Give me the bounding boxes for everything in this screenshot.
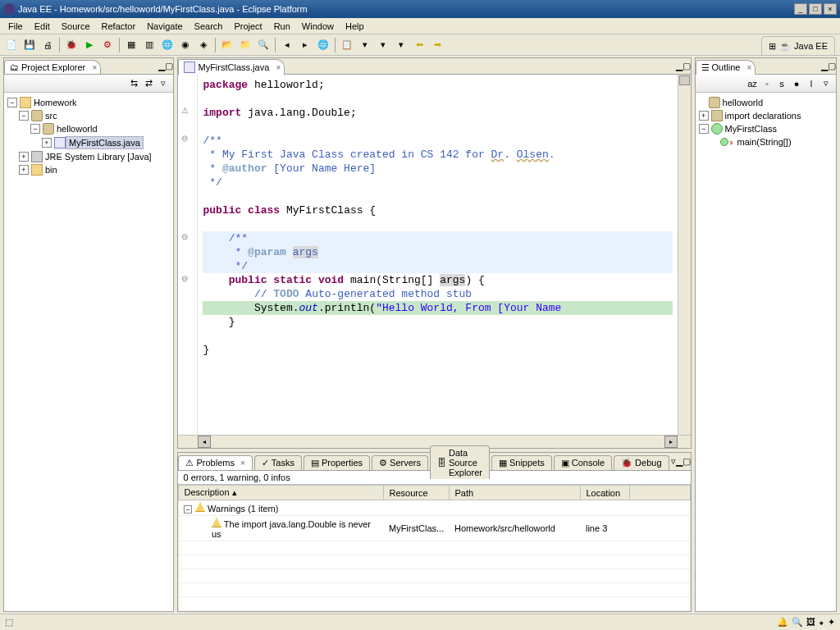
open-perspective-icon[interactable]: ⊞ — [769, 41, 776, 52]
warning-marker-icon[interactable]: ⚠ — [181, 106, 189, 115]
problems-table[interactable]: Description ▴ Resource Path Location − W… — [178, 485, 690, 611]
status-icon-2[interactable]: 🔍 — [792, 617, 803, 628]
status-icon-1[interactable]: 🔔 — [777, 617, 788, 628]
col-resource[interactable]: Resource — [384, 486, 450, 500]
maximize-view-button[interactable]: ▢ — [682, 61, 691, 71]
hide-fields-button[interactable]: ◦ — [760, 77, 774, 90]
editor-tab[interactable]: MyFirstClass.java × — [178, 59, 285, 75]
expander-icon[interactable]: + — [699, 111, 709, 121]
fold-icon[interactable]: ⊖ — [181, 232, 188, 241]
close-icon[interactable]: × — [240, 459, 245, 468]
menu-file[interactable]: File — [3, 20, 28, 33]
col-description[interactable]: Description ▴ — [179, 486, 384, 500]
menu-help[interactable]: Help — [340, 20, 369, 33]
tab-properties[interactable]: ▤Properties — [304, 455, 370, 470]
new-ejb-button[interactable]: ◉ — [177, 37, 194, 53]
new-button[interactable]: 📄 — [3, 37, 20, 53]
new-enterprise-button[interactable]: ▥ — [141, 37, 158, 53]
minimize-button[interactable]: _ — [794, 3, 807, 15]
new-server-button[interactable]: ▦ — [123, 37, 139, 53]
expander-icon[interactable]: − — [30, 124, 40, 134]
outline-imports[interactable]: import declarations — [723, 110, 804, 121]
minimize-view-button[interactable]: ▁ — [676, 61, 682, 71]
scroll-up-button[interactable] — [679, 75, 690, 85]
minimize-view-button[interactable]: ▁ — [676, 456, 682, 467]
pin-button[interactable]: 📋 — [339, 37, 355, 53]
project-explorer-tab[interactable]: 🗂 Project Explorer × — [4, 60, 101, 74]
editor-gutter[interactable]: ⚠ ⊖ ⊖ ⊖ — [178, 75, 198, 435]
project-tree[interactable]: − Homework − src − helloworld + — [4, 93, 173, 611]
debug-button[interactable]: 🐞 — [63, 37, 80, 53]
expander-icon[interactable]: + — [42, 138, 52, 148]
annotation-next-button[interactable]: ▸ — [297, 37, 313, 53]
new-web-button[interactable]: 🌐 — [159, 37, 176, 53]
sort-button[interactable]: a͏z — [746, 77, 759, 90]
menu-window[interactable]: Window — [297, 20, 339, 33]
outline-tree[interactable]: helloworld + import declarations − MyFir… — [696, 93, 836, 611]
tab-servers[interactable]: ⚙Servers — [372, 455, 428, 470]
problem-row[interactable]: The import java.lang.Double is never us … — [179, 516, 690, 541]
view-menu-button[interactable]: ▿ — [157, 77, 170, 90]
scroll-right-button[interactable]: ▸ — [664, 436, 678, 448]
dropdown-2[interactable]: ▾ — [375, 37, 391, 53]
tab-snippets[interactable]: ▦Snippets — [491, 455, 552, 470]
close-icon[interactable]: × — [92, 63, 97, 72]
minimize-view-button[interactable]: ▁ — [158, 61, 165, 71]
problems-group-row[interactable]: − Warnings (1 item) — [179, 500, 690, 516]
expander-icon[interactable]: + — [19, 165, 29, 175]
close-button[interactable]: × — [824, 3, 837, 15]
forward-button[interactable]: ➡ — [429, 37, 445, 53]
col-path[interactable]: Path — [450, 486, 581, 500]
menu-run[interactable]: Run — [269, 20, 295, 33]
status-icon-4[interactable]: ⬥ — [819, 617, 824, 628]
tab-debug[interactable]: 🐞Debug — [614, 455, 669, 470]
expander-icon[interactable]: − — [7, 98, 17, 107]
status-left-icon[interactable]: ⬚ — [5, 617, 13, 628]
menu-edit[interactable]: Edit — [30, 20, 55, 33]
close-icon[interactable]: × — [747, 63, 752, 72]
maximize-view-button[interactable]: ▢ — [682, 456, 691, 467]
hide-local-button[interactable]: l — [805, 77, 818, 90]
fold-icon[interactable]: ⊖ — [181, 274, 188, 283]
perspective-switcher[interactable]: ⊞ ☕ Java EE — [761, 36, 835, 56]
outline-method[interactable]: main(String[]) — [735, 136, 794, 148]
back-button[interactable]: ⬅ — [411, 37, 427, 53]
expander-icon[interactable]: − — [699, 124, 709, 134]
tree-project[interactable]: Homework — [31, 97, 80, 108]
print-button[interactable]: 🖨 — [39, 37, 56, 53]
hide-nonpublic-button[interactable]: ● — [790, 77, 803, 90]
tree-package[interactable]: helloworld — [54, 123, 100, 135]
tree-jre[interactable]: JRE System Library [Java] — [43, 151, 154, 162]
dropdown-3[interactable]: ▾ — [393, 37, 409, 53]
code-text[interactable]: package helloworld; import java.lang.Dou… — [198, 75, 677, 435]
open-task-button[interactable]: 📁 — [237, 37, 253, 53]
annotation-prev-button[interactable]: ◂ — [279, 37, 295, 53]
hide-static-button[interactable]: s — [775, 77, 788, 90]
tab-problems[interactable]: ⚠Problems× — [178, 455, 252, 470]
editor-area[interactable]: ⚠ ⊖ ⊖ ⊖ package helloworld; import java.… — [178, 75, 690, 435]
link-editor-button[interactable]: ⇄ — [142, 77, 155, 90]
col-location[interactable]: Location — [581, 486, 630, 500]
close-icon[interactable]: × — [276, 63, 281, 72]
maximize-view-button[interactable]: ▢ — [828, 61, 836, 71]
tab-tasks[interactable]: ✓Tasks — [254, 455, 302, 470]
menu-source[interactable]: Source — [57, 20, 95, 33]
menu-navigate[interactable]: Navigate — [142, 20, 187, 33]
status-icon-3[interactable]: 🖼 — [806, 617, 815, 628]
outline-package[interactable]: helloworld — [720, 97, 766, 108]
col-extra[interactable] — [630, 486, 690, 500]
outline-class[interactable]: MyFirstClass — [723, 123, 780, 135]
save-button[interactable]: 💾 — [21, 37, 38, 53]
expander-icon[interactable]: − — [184, 505, 192, 514]
collapse-all-button[interactable]: ⇆ — [127, 77, 140, 90]
fold-icon[interactable]: ⊖ — [181, 134, 188, 143]
tree-bin[interactable]: bin — [43, 164, 60, 176]
dropdown-1[interactable]: ▾ — [357, 37, 373, 53]
tab-data-source[interactable]: 🗄Data Source Explorer — [430, 445, 490, 479]
menu-refactor[interactable]: Refactor — [97, 20, 141, 33]
outline-tab[interactable]: ☰ Outline × — [696, 60, 756, 75]
tab-console[interactable]: ▣Console — [554, 455, 612, 470]
tree-file[interactable]: MyFirstClass.java — [66, 136, 144, 149]
open-type-button[interactable]: 📂 — [219, 37, 235, 53]
menu-search[interactable]: Search — [189, 20, 228, 33]
